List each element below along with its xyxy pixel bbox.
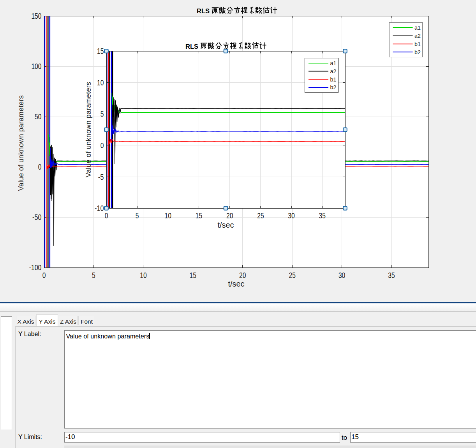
svg-text:0: 0 — [105, 211, 108, 220]
svg-text:150: 150 — [31, 12, 41, 20]
svg-text:b2: b2 — [330, 84, 337, 90]
svg-text:10: 10 — [140, 271, 146, 280]
svg-text:-50: -50 — [32, 213, 41, 221]
svg-text:25: 25 — [257, 211, 264, 220]
svg-text:a1: a1 — [330, 60, 337, 66]
svg-text:10: 10 — [165, 211, 171, 220]
svg-text:b1: b1 — [330, 76, 337, 83]
svg-text:25: 25 — [289, 271, 296, 280]
svg-text:15: 15 — [190, 271, 196, 280]
svg-text:-100: -100 — [29, 263, 41, 272]
svg-text:b2: b2 — [414, 49, 421, 55]
svg-text:5: 5 — [136, 211, 139, 220]
svg-text:t/sec: t/sec — [228, 280, 244, 288]
svg-text:t/sec: t/sec — [217, 221, 234, 229]
svg-text:30: 30 — [288, 211, 294, 220]
svg-text:RLS: RLS — [197, 7, 210, 14]
svg-text:Value of unknown parameters: Value of unknown parameters — [85, 82, 92, 177]
svg-text:35: 35 — [319, 211, 326, 220]
svg-text:Value of unknown parameters: Value of unknown parameters — [17, 96, 25, 191]
svg-text:15: 15 — [97, 47, 104, 55]
svg-text:a2: a2 — [330, 68, 337, 74]
svg-text:-5: -5 — [98, 173, 104, 181]
svg-text:5: 5 — [100, 110, 104, 118]
svg-text:100: 100 — [31, 62, 41, 71]
svg-text:30: 30 — [338, 271, 345, 280]
svg-text:10: 10 — [97, 78, 104, 87]
svg-text:0: 0 — [42, 271, 46, 280]
svg-text:5: 5 — [92, 271, 95, 280]
svg-text:RLS: RLS — [185, 43, 198, 50]
svg-text:35: 35 — [388, 271, 395, 280]
svg-text:15: 15 — [196, 211, 202, 220]
svg-text:b1: b1 — [414, 41, 421, 47]
svg-text:-10: -10 — [95, 204, 104, 212]
svg-text:a1: a1 — [414, 25, 421, 31]
svg-text:0: 0 — [38, 163, 42, 171]
svg-text:20: 20 — [239, 271, 246, 280]
svg-text:50: 50 — [35, 112, 41, 121]
svg-text:a2: a2 — [414, 33, 421, 39]
svg-text:0: 0 — [100, 141, 104, 150]
svg-text:20: 20 — [226, 211, 233, 220]
